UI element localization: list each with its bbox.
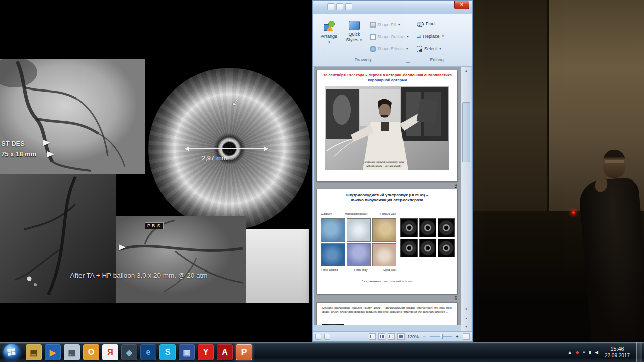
stent-label: ST DES 75 x 18 mm: [1, 139, 36, 160]
scroll-up-button[interactable]: ▲: [461, 67, 471, 75]
angiogram-pre-image: ST DES 75 x 18 mm: [0, 59, 145, 174]
taskbar-icon-skype[interactable]: S: [159, 344, 176, 360]
show-desktop-button[interactable]: [636, 342, 642, 362]
start-button[interactable]: [3, 344, 20, 361]
histology-thumb: [347, 218, 371, 242]
taskbar-icon-internet-explorer[interactable]: e: [140, 344, 156, 360]
vertical-scrollbar[interactable]: ▲ ▼ ▲ ▼: [461, 67, 471, 331]
acrobat-reader-icon: A: [222, 348, 228, 357]
media-player-icon: ▶: [50, 348, 56, 357]
next-slide-button[interactable]: ▼: [461, 323, 471, 331]
slide-number: 3: [316, 183, 457, 189]
previous-slide-button[interactable]: ▲: [461, 314, 471, 322]
taskbar-clock[interactable]: 15:46 22.09.2017: [602, 346, 633, 359]
stent-label-line2: 75 x 18 mm: [1, 149, 36, 160]
status-language-icon[interactable]: [324, 334, 330, 340]
qat-button-icon[interactable]: [345, 3, 352, 10]
shape-outline-button[interactable]: Shape Outline ▼: [370, 31, 412, 42]
laser-pointer-dot: [572, 211, 575, 214]
taskbar-icon-outlook[interactable]: O: [83, 344, 99, 360]
shape-effects-label: Shape Effects: [377, 46, 404, 51]
close-button[interactable]: ×: [454, 1, 469, 9]
fit-to-window-button[interactable]: [463, 333, 470, 340]
histology-thumb: [372, 243, 396, 267]
projector-screen: ST DES 75 x 18 mm ↓ 2,97 mm: [0, 0, 309, 342]
ribbon: Arrange ▼ Quick Styles ▼ Shape Fill ▼ Sh…: [313, 14, 472, 67]
dropdown-arrow-icon: ▼: [441, 35, 444, 38]
vertical-scroll-thumb[interactable]: [462, 102, 470, 162]
histology-labels-top: Calcium Microcalcification Fibrous Cap: [321, 212, 396, 215]
taskbar-icon-yandex[interactable]: Я: [102, 344, 118, 360]
reading-view-button[interactable]: [388, 333, 395, 340]
scroll-down-button[interactable]: ▼: [461, 305, 471, 313]
tray-antivirus-icon[interactable]: ◆: [576, 350, 579, 355]
tray-update-icon[interactable]: ●: [583, 350, 585, 355]
ivus-cross-section-image: ↓ 2,97 mm: [148, 68, 310, 230]
normal-view-button[interactable]: [369, 333, 376, 340]
tray-volume-icon[interactable]: ◀: [595, 350, 598, 355]
photo-viewer-icon: ▦: [68, 348, 75, 357]
histology-thumb: [347, 243, 371, 267]
hidden-icons-chevron[interactable]: ▲: [568, 350, 572, 355]
find-label: Find: [426, 21, 435, 26]
replace-button[interactable]: ⇄ Replace ▼: [417, 31, 459, 42]
taskbar-icon-yandex-browser[interactable]: Y: [198, 344, 214, 360]
histology-thumb: [321, 243, 345, 267]
plaque-arrow-icon: ↓: [229, 94, 243, 109]
taskbar-icon-windows-explorer[interactable]: ▤: [26, 344, 42, 360]
zoom-out-button[interactable]: −: [421, 334, 427, 339]
outlook-icon: O: [88, 348, 94, 357]
slide-sorter-view-button[interactable]: [378, 333, 385, 340]
ivus-thumbnail-grid: [400, 218, 455, 257]
qat-button-icon[interactable]: [336, 3, 343, 10]
taskbar-icon-powerpoint[interactable]: P: [236, 344, 252, 360]
histology-image-grid: [321, 218, 396, 266]
find-button[interactable]: Find: [417, 18, 459, 29]
vessel-arrow-icon: [119, 244, 126, 250]
file-manager-icon: ▣: [183, 348, 190, 357]
taskbar-icon-media-center[interactable]: ◆: [121, 344, 137, 360]
arrange-icon: [323, 20, 336, 33]
arrange-button[interactable]: Arrange ▼: [317, 17, 341, 53]
slide-page-next[interactable]: Disease pathological features (Stary, 19…: [316, 302, 457, 325]
zoom-in-button[interactable]: +: [454, 334, 460, 339]
qat-button-icon[interactable]: [327, 3, 334, 10]
ivus-thumb: [438, 218, 455, 237]
shape-effects-button[interactable]: Shape Effects ▼: [370, 43, 412, 54]
skype-icon: S: [165, 348, 171, 357]
taskbar-icon-photo-viewer[interactable]: ▦: [64, 344, 80, 360]
slide-page-3[interactable]: 16 сентября 1977 года – первая в истории…: [316, 70, 457, 182]
clock-date: 22.09.2017: [605, 353, 630, 359]
slide6-title-line2: in-vivo визуализация атеросклероза: [319, 198, 455, 203]
photo-caption-line1: Andreas Roland Grüntzig, MD: [349, 160, 419, 164]
document-area: 16 сентября 1977 года – первая в истории…: [314, 67, 461, 325]
shape-fill-button[interactable]: Shape Fill ▼: [370, 19, 412, 30]
slide-page-6[interactable]: Внутрисосудистый ультразвук (ВСУЗИ) – in…: [316, 189, 457, 294]
ivus-thumb: [400, 218, 418, 237]
slide3-title-line2: коронарной артерии: [320, 78, 455, 83]
taskbar-icon-file-manager[interactable]: ▣: [179, 344, 195, 360]
tray-network-icon[interactable]: ▮: [589, 350, 591, 355]
system-tray: ▲ ◆ ● ▮ ◀ 15:46 22.09.2017: [568, 342, 644, 362]
zoom-slider-thumb[interactable]: [440, 334, 443, 339]
zoom-level-label[interactable]: 120%: [407, 334, 419, 339]
yandex-browser-icon: Y: [203, 348, 209, 357]
window-titlebar[interactable]: ×: [313, 1, 472, 14]
zoom-slider[interactable]: [430, 336, 452, 337]
label-microcalcification: Microcalcification: [345, 212, 368, 215]
editing-group-label: Editing: [415, 57, 459, 62]
select-button[interactable]: Select ▼: [417, 43, 459, 54]
label-fibrous-cap: Fibrous Cap: [380, 212, 396, 215]
select-icon: [417, 46, 422, 52]
group-separator: [460, 16, 460, 62]
drawing-group-label: Drawing: [317, 57, 409, 62]
taskbar-icon-acrobat-reader[interactable]: A: [217, 344, 233, 360]
slide-caption: After TA + HP balloon 3,0 x 20 mm. @ 20 …: [43, 272, 235, 279]
ivus-measure-line: [185, 148, 268, 149]
slideshow-view-button[interactable]: [397, 333, 405, 340]
dropdown-arrow-icon: ▼: [406, 47, 409, 50]
taskbar-icon-media-player[interactable]: ▶: [45, 344, 61, 360]
quick-styles-button[interactable]: Quick Styles ▼: [342, 17, 366, 53]
status-theme-icon[interactable]: [315, 334, 321, 340]
drawing-dialog-launcher-icon[interactable]: [406, 58, 410, 63]
